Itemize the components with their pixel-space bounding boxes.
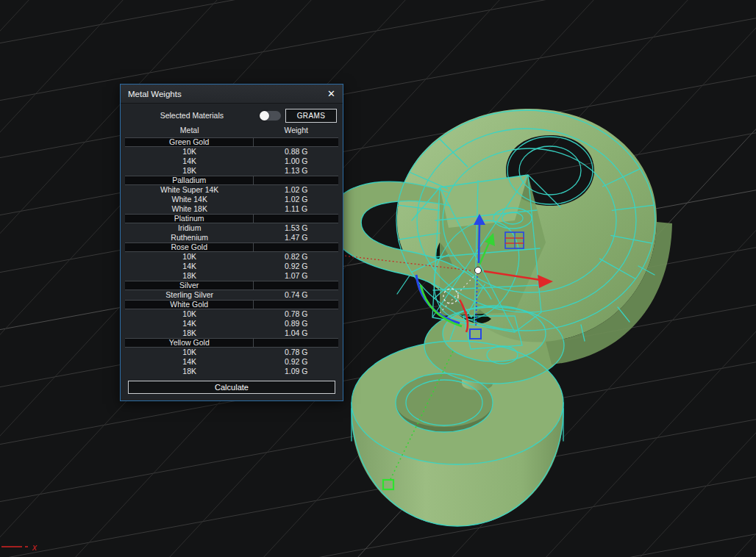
metal-row[interactable]: 10K0.88 G (125, 147, 338, 157)
dialog-titlebar[interactable]: Metal Weights ✕ (121, 85, 343, 104)
metal-row[interactable]: Ruthenium1.47 G (125, 233, 338, 242)
column-header-metal: Metal (125, 126, 254, 136)
gumball-origin-handle[interactable] (475, 267, 482, 274)
group-header-row[interactable]: White Gold (125, 300, 338, 309)
selected-materials-label: Selected Materials (126, 111, 224, 120)
dialog-controls: Selected Materials GRAMS (121, 104, 343, 124)
metal-table-body: Green Gold10K0.88 G14K1.00 G18K1.13 GPal… (125, 137, 338, 376)
metal-row[interactable]: 18K1.04 G (125, 328, 338, 338)
group-header-row[interactable]: Yellow Gold (125, 338, 338, 348)
metal-row[interactable]: Sterling Silver0.74 G (125, 290, 338, 300)
group-header-row[interactable]: Silver (125, 281, 338, 290)
metal-row[interactable]: 18K1.13 G (125, 166, 338, 176)
group-header-row[interactable]: Rose Gold (125, 242, 338, 252)
calculate-button[interactable]: Calculate (128, 381, 335, 394)
table-column-headers: Metal Weight (121, 124, 343, 136)
metal-row[interactable]: 14K0.92 G (125, 262, 338, 271)
metal-row[interactable]: 14K0.89 G (125, 319, 338, 328)
metal-row[interactable]: 18K1.09 G (125, 367, 338, 376)
axis-x-label: x (32, 542, 38, 553)
metal-row[interactable]: White 14K1.02 G (125, 195, 338, 204)
metal-row[interactable]: White Super 14K1.02 G (125, 185, 338, 195)
metal-row[interactable]: 10K0.82 G (125, 252, 338, 262)
app-window: x Metal Weights ✕ Selected Materials GRA… (0, 0, 756, 557)
toggle-knob (260, 111, 269, 121)
metal-row[interactable]: 14K1.00 G (125, 157, 338, 166)
3d-viewport[interactable]: x (0, 0, 756, 557)
group-header-row[interactable]: Palladium (125, 176, 338, 185)
dialog-title: Metal Weights (128, 90, 182, 98)
group-header-row[interactable]: Green Gold (125, 137, 338, 147)
metal-row[interactable]: 10K0.78 G (125, 309, 338, 319)
column-header-weight: Weight (254, 126, 338, 136)
metal-row[interactable]: White 18K1.11 G (125, 204, 338, 214)
metal-weights-dialog: Metal Weights ✕ Selected Materials GRAMS… (120, 84, 343, 401)
selected-materials-toggle[interactable] (260, 111, 281, 121)
metal-row[interactable]: 10K0.78 G (125, 348, 338, 357)
metal-row[interactable]: 18K1.07 G (125, 271, 338, 281)
close-icon[interactable]: ✕ (327, 89, 335, 98)
units-button[interactable]: GRAMS (285, 109, 337, 123)
metal-row[interactable]: 14K0.92 G (125, 357, 338, 367)
move-arrow-z[interactable] (479, 223, 479, 263)
metal-row[interactable]: Iridium1.53 G (125, 223, 338, 233)
group-header-row[interactable]: Platinum (125, 214, 338, 223)
